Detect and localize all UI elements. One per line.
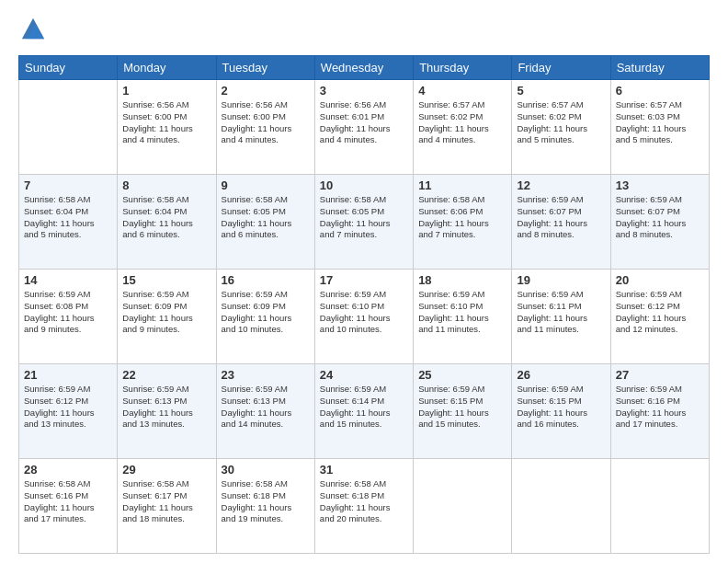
- day-info: Sunrise: 6:59 AMSunset: 6:16 PMDaylight:…: [616, 384, 704, 431]
- day-info: Sunrise: 6:59 AMSunset: 6:09 PMDaylight:…: [222, 289, 310, 336]
- day-number: 28: [24, 463, 112, 477]
- day-info: Sunrise: 6:59 AMSunset: 6:11 PMDaylight:…: [517, 289, 605, 336]
- calendar-cell: 3Sunrise: 6:56 AMSunset: 6:01 PMDaylight…: [314, 80, 413, 175]
- calendar-cell: 11Sunrise: 6:58 AMSunset: 6:06 PMDayligh…: [414, 175, 512, 270]
- logo-icon: [20, 17, 46, 42]
- day-number: 11: [418, 178, 506, 192]
- calendar-cell: 23Sunrise: 6:59 AMSunset: 6:13 PMDayligh…: [216, 364, 314, 459]
- calendar-cell: 18Sunrise: 6:59 AMSunset: 6:10 PMDayligh…: [414, 270, 512, 364]
- day-number: 1: [122, 84, 210, 98]
- day-number: 14: [24, 273, 112, 287]
- header: [18, 17, 710, 46]
- day-number: 10: [320, 178, 408, 192]
- day-number: 18: [418, 273, 506, 287]
- day-number: 6: [616, 84, 704, 98]
- calendar-cell: 16Sunrise: 6:59 AMSunset: 6:09 PMDayligh…: [216, 270, 314, 364]
- day-info: Sunrise: 6:58 AMSunset: 6:17 PMDaylight:…: [122, 478, 210, 525]
- day-header-monday: Monday: [118, 56, 216, 80]
- day-header-friday: Friday: [512, 56, 610, 80]
- day-number: 13: [616, 178, 704, 192]
- day-number: 5: [517, 84, 605, 98]
- calendar-cell: 7Sunrise: 6:58 AMSunset: 6:04 PMDaylight…: [19, 175, 118, 270]
- day-number: 25: [418, 368, 506, 382]
- day-number: 7: [24, 178, 112, 192]
- day-info: Sunrise: 6:59 AMSunset: 6:12 PMDaylight:…: [24, 384, 112, 431]
- calendar-header-row: SundayMondayTuesdayWednesdayThursdayFrid…: [19, 56, 710, 80]
- calendar-cell: 9Sunrise: 6:58 AMSunset: 6:05 PMDaylight…: [216, 175, 314, 270]
- day-info: Sunrise: 6:58 AMSunset: 6:18 PMDaylight:…: [320, 478, 408, 525]
- day-info: Sunrise: 6:59 AMSunset: 6:14 PMDaylight:…: [320, 384, 408, 431]
- calendar-cell: 22Sunrise: 6:59 AMSunset: 6:13 PMDayligh…: [118, 364, 216, 459]
- calendar-cell: 17Sunrise: 6:59 AMSunset: 6:10 PMDayligh…: [314, 270, 413, 364]
- calendar-cell: 2Sunrise: 6:56 AMSunset: 6:00 PMDaylight…: [216, 80, 314, 175]
- day-info: Sunrise: 6:56 AMSunset: 6:00 PMDaylight:…: [222, 99, 310, 146]
- calendar-cell: 15Sunrise: 6:59 AMSunset: 6:09 PMDayligh…: [118, 270, 216, 364]
- day-info: Sunrise: 6:58 AMSunset: 6:06 PMDaylight:…: [418, 194, 506, 241]
- day-number: 26: [517, 368, 605, 382]
- calendar-week-4: 21Sunrise: 6:59 AMSunset: 6:12 PMDayligh…: [19, 364, 710, 459]
- calendar-cell: 28Sunrise: 6:58 AMSunset: 6:16 PMDayligh…: [19, 459, 118, 554]
- calendar-cell: 8Sunrise: 6:58 AMSunset: 6:04 PMDaylight…: [118, 175, 216, 270]
- day-info: Sunrise: 6:59 AMSunset: 6:15 PMDaylight:…: [517, 384, 605, 431]
- day-number: 31: [320, 463, 408, 477]
- day-info: Sunrise: 6:59 AMSunset: 6:07 PMDaylight:…: [616, 194, 704, 241]
- day-info: Sunrise: 6:56 AMSunset: 6:00 PMDaylight:…: [122, 99, 210, 146]
- calendar-cell: 10Sunrise: 6:58 AMSunset: 6:05 PMDayligh…: [314, 175, 413, 270]
- page: SundayMondayTuesdayWednesdayThursdayFrid…: [0, 0, 728, 563]
- day-header-saturday: Saturday: [610, 56, 709, 80]
- calendar-cell: 31Sunrise: 6:58 AMSunset: 6:18 PMDayligh…: [314, 459, 413, 554]
- day-info: Sunrise: 6:56 AMSunset: 6:01 PMDaylight:…: [320, 99, 408, 146]
- calendar-cell: 6Sunrise: 6:57 AMSunset: 6:03 PMDaylight…: [610, 80, 709, 175]
- day-info: Sunrise: 6:58 AMSunset: 6:05 PMDaylight:…: [320, 194, 408, 241]
- day-info: Sunrise: 6:57 AMSunset: 6:02 PMDaylight:…: [418, 99, 506, 146]
- calendar-cell: 25Sunrise: 6:59 AMSunset: 6:15 PMDayligh…: [414, 364, 512, 459]
- day-header-tuesday: Tuesday: [216, 56, 314, 80]
- calendar-cell: [610, 459, 709, 554]
- day-info: Sunrise: 6:58 AMSunset: 6:04 PMDaylight:…: [24, 194, 112, 241]
- logo: [18, 17, 46, 46]
- calendar-cell: 4Sunrise: 6:57 AMSunset: 6:02 PMDaylight…: [414, 80, 512, 175]
- day-info: Sunrise: 6:59 AMSunset: 6:15 PMDaylight:…: [418, 384, 506, 431]
- day-info: Sunrise: 6:58 AMSunset: 6:04 PMDaylight:…: [122, 194, 210, 241]
- day-info: Sunrise: 6:59 AMSunset: 6:10 PMDaylight:…: [418, 289, 506, 336]
- calendar-cell: 26Sunrise: 6:59 AMSunset: 6:15 PMDayligh…: [512, 364, 610, 459]
- day-header-sunday: Sunday: [19, 56, 118, 80]
- day-number: 21: [24, 368, 112, 382]
- calendar-cell: 24Sunrise: 6:59 AMSunset: 6:14 PMDayligh…: [314, 364, 413, 459]
- day-number: 12: [517, 178, 605, 192]
- day-info: Sunrise: 6:58 AMSunset: 6:05 PMDaylight:…: [222, 194, 310, 241]
- calendar-table: SundayMondayTuesdayWednesdayThursdayFrid…: [18, 55, 710, 554]
- day-number: 8: [122, 178, 210, 192]
- day-number: 19: [517, 273, 605, 287]
- day-number: 30: [222, 463, 310, 477]
- day-number: 4: [418, 84, 506, 98]
- day-info: Sunrise: 6:59 AMSunset: 6:10 PMDaylight:…: [320, 289, 408, 336]
- day-info: Sunrise: 6:59 AMSunset: 6:07 PMDaylight:…: [517, 194, 605, 241]
- day-number: 9: [222, 178, 310, 192]
- day-info: Sunrise: 6:57 AMSunset: 6:02 PMDaylight:…: [517, 99, 605, 146]
- day-number: 29: [122, 463, 210, 477]
- day-number: 22: [122, 368, 210, 382]
- calendar-cell: 1Sunrise: 6:56 AMSunset: 6:00 PMDaylight…: [118, 80, 216, 175]
- calendar-cell: 19Sunrise: 6:59 AMSunset: 6:11 PMDayligh…: [512, 270, 610, 364]
- day-info: Sunrise: 6:58 AMSunset: 6:18 PMDaylight:…: [222, 478, 310, 525]
- day-info: Sunrise: 6:59 AMSunset: 6:08 PMDaylight:…: [24, 289, 112, 336]
- day-number: 20: [616, 273, 704, 287]
- calendar-cell: 12Sunrise: 6:59 AMSunset: 6:07 PMDayligh…: [512, 175, 610, 270]
- day-number: 15: [122, 273, 210, 287]
- day-info: Sunrise: 6:59 AMSunset: 6:09 PMDaylight:…: [122, 289, 210, 336]
- day-number: 2: [222, 84, 310, 98]
- calendar-week-5: 28Sunrise: 6:58 AMSunset: 6:16 PMDayligh…: [19, 459, 710, 554]
- day-number: 24: [320, 368, 408, 382]
- day-number: 3: [320, 84, 408, 98]
- day-number: 23: [222, 368, 310, 382]
- day-number: 16: [222, 273, 310, 287]
- day-number: 27: [616, 368, 704, 382]
- calendar-week-2: 7Sunrise: 6:58 AMSunset: 6:04 PMDaylight…: [19, 175, 710, 270]
- day-info: Sunrise: 6:58 AMSunset: 6:16 PMDaylight:…: [24, 478, 112, 525]
- calendar-week-3: 14Sunrise: 6:59 AMSunset: 6:08 PMDayligh…: [19, 270, 710, 364]
- calendar-cell: 27Sunrise: 6:59 AMSunset: 6:16 PMDayligh…: [610, 364, 709, 459]
- calendar-cell: 29Sunrise: 6:58 AMSunset: 6:17 PMDayligh…: [118, 459, 216, 554]
- day-header-thursday: Thursday: [414, 56, 512, 80]
- day-info: Sunrise: 6:59 AMSunset: 6:12 PMDaylight:…: [616, 289, 704, 336]
